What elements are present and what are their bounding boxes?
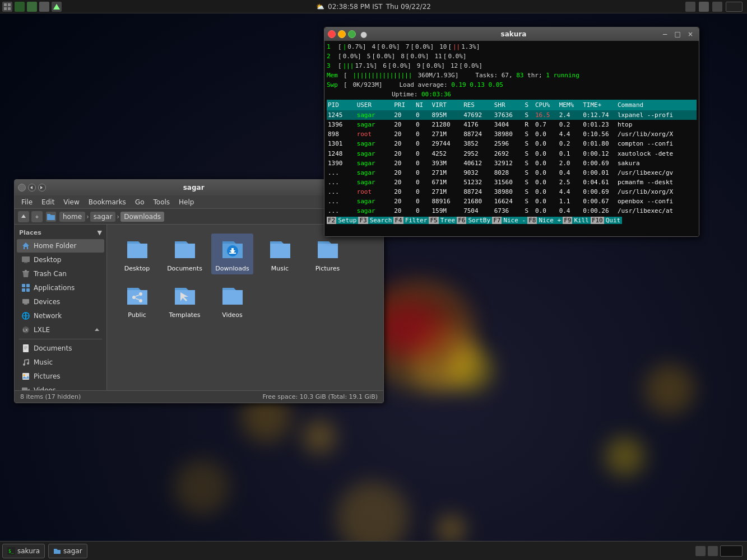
fkey-f3[interactable]: F3 <box>358 217 368 224</box>
file-item-videos[interactable]: Videos <box>211 280 253 321</box>
file-item-documents[interactable]: Documents <box>164 234 206 274</box>
sys-tray-icon3[interactable] <box>712 2 722 12</box>
proc-row-898[interactable]: 898 root 20 0 271M 88724 38980 S 0.0 4.4… <box>327 129 697 139</box>
proc-row-at[interactable]: ... sagar 20 0 159M 7504 6736 S 0.0 0.4 … <box>327 206 697 216</box>
menu-view[interactable]: View <box>59 197 83 207</box>
sidebar-item-documents[interactable]: Documents <box>17 342 104 355</box>
term-close-btn[interactable] <box>328 30 336 38</box>
taskbar-top-right <box>685 2 747 12</box>
sidebar-item-devices[interactable]: Devices <box>17 295 104 309</box>
menu-go[interactable]: Go <box>131 197 149 207</box>
new-tab-btn[interactable]: + <box>31 211 43 222</box>
sys-tray-icon1[interactable] <box>685 2 695 12</box>
fm-prev-btn[interactable] <box>28 184 36 192</box>
fkey-f4[interactable]: F4 <box>393 217 403 224</box>
terminal-titlebar[interactable]: ● sakura − □ × <box>324 27 699 41</box>
bc-downloads[interactable]: Downloads <box>120 212 164 222</box>
sidebar-item-home-folder[interactable]: Home Folder <box>17 239 104 253</box>
term-close[interactable]: × <box>685 30 695 38</box>
proc-row-pcmanfm[interactable]: ... sagar 20 0 671M 51232 31560 S 0.0 2.… <box>327 178 697 187</box>
desktop-icon-btn[interactable] <box>2 2 12 12</box>
sidebar-item-network[interactable]: Network <box>17 309 104 323</box>
terminal-title: sakura <box>369 30 657 38</box>
svg-rect-11 <box>25 270 27 271</box>
fm-close-btn[interactable] <box>18 184 26 192</box>
files-icon-btn[interactable] <box>15 2 25 12</box>
sidebar-label-music: Music <box>34 358 53 366</box>
file-label-templates: Templates <box>169 311 201 319</box>
sidebar-label-home: Home Folder <box>34 242 76 250</box>
file-item-desktop[interactable]: Desktop <box>116 234 158 274</box>
sidebar-item-trash[interactable]: Trash Can <box>17 267 104 281</box>
proc-row-sagar-libexec[interactable]: ... sagar 20 0 271M 9032 8028 S 0.0 0.4 … <box>327 168 697 178</box>
taskbar-bottom-left: $_ sakura sagar <box>0 544 87 558</box>
fkey-f7[interactable]: F7 <box>492 217 502 224</box>
sidebar-toggle[interactable]: ▼ <box>98 229 102 236</box>
sidebar-item-lxle[interactable]: LX LXLE <box>17 323 104 337</box>
sidebar-label-pics: Pictures <box>34 372 61 380</box>
menu-file[interactable]: File <box>17 197 37 207</box>
tray-icon-1[interactable] <box>695 546 706 556</box>
svg-rect-23 <box>23 344 29 352</box>
tray-display-icon <box>720 545 743 557</box>
file-item-music[interactable]: Music <box>259 234 301 274</box>
proc-row-1390[interactable]: 1390 sagar 20 0 393M 40612 32912 S 0.0 2… <box>327 158 697 168</box>
proc-row-1396[interactable]: 1396 sagar 20 0 21280 4176 3404 R 0.7 0.… <box>327 120 697 129</box>
breadcrumb: home › sagar › Downloads <box>59 212 164 222</box>
fkey-f2[interactable]: F2 <box>327 217 336 224</box>
taskbar-btn-sagar[interactable]: sagar <box>48 544 87 558</box>
fkey-f6[interactable]: F6 <box>457 217 466 224</box>
fm-next-btn[interactable] <box>38 184 46 192</box>
fkey-f9[interactable]: F9 <box>563 217 572 224</box>
file-item-templates[interactable]: Templates <box>164 280 206 321</box>
proc-row-openbox[interactable]: ... sagar 20 0 88916 21680 16624 S 0.0 1… <box>327 197 697 206</box>
svg-rect-9 <box>24 262 27 263</box>
svg-point-41 <box>139 292 142 296</box>
proc-row-root2[interactable]: ... root 20 0 271M 88724 38980 S 0.0 4.4… <box>327 187 697 197</box>
sidebar-item-pictures[interactable]: Pictures <box>17 370 104 383</box>
loc-up-btn[interactable] <box>18 211 29 222</box>
proc-row-1248[interactable]: 1248 sagar 20 0 4252 2952 2692 S 0.0 0.1… <box>327 149 697 158</box>
menu-tools[interactable]: Tools <box>149 197 175 207</box>
fkey-f8[interactable]: F8 <box>527 217 537 224</box>
term-minimize[interactable]: − <box>660 30 670 38</box>
file-item-downloads[interactable]: Downloads <box>211 234 253 274</box>
menu-bookmarks[interactable]: Bookmarks <box>84 197 131 207</box>
fm-body: Places ▼ Home Folder Desktop Trash Can <box>15 225 383 390</box>
bc-sagar[interactable]: sagar <box>90 212 116 222</box>
fkey-f10[interactable]: F10 <box>591 217 604 224</box>
svg-rect-15 <box>26 288 30 292</box>
fkey-f5[interactable]: F5 <box>429 217 438 224</box>
bc-home[interactable]: home <box>59 212 85 222</box>
term-maximize[interactable]: □ <box>672 30 683 38</box>
proc-row-1245[interactable]: 1245 sagar 20 0 895M 47692 37636 S 16.5 … <box>327 110 697 120</box>
sidebar-item-applications[interactable]: Applications <box>17 281 104 295</box>
network-icon <box>21 311 30 320</box>
svg-point-40 <box>132 296 136 299</box>
proc-row-1301[interactable]: 1301 sagar 20 0 29744 3852 2596 S 0.0 0.… <box>327 139 697 148</box>
sidebar-item-desktop[interactable]: Desktop <box>17 253 104 267</box>
file-item-pictures[interactable]: Pictures <box>307 234 349 274</box>
menu-edit[interactable]: Edit <box>37 197 59 207</box>
menu-help[interactable]: Help <box>174 197 198 207</box>
file-item-public[interactable]: Public <box>116 280 158 321</box>
up-icon-btn[interactable] <box>52 2 62 12</box>
sidebar-label-apps: Applications <box>34 284 75 292</box>
term-icon-btn[interactable] <box>27 2 37 12</box>
svg-rect-12 <box>22 284 25 287</box>
term-max-btn[interactable] <box>348 30 356 38</box>
status-items: 8 items (17 hidden) <box>20 393 81 400</box>
sidebar-label-devices: Devices <box>34 298 60 306</box>
sys-tray-icon2[interactable] <box>699 2 709 12</box>
extra-icon-btn[interactable] <box>39 2 49 12</box>
sidebar-item-music[interactable]: Music <box>17 356 104 369</box>
folder-taskbar-icon <box>53 547 61 555</box>
term-min-btn[interactable] <box>338 30 346 38</box>
svg-marker-22 <box>95 328 99 331</box>
docs-icon <box>21 344 30 353</box>
taskbar-btn-sakura[interactable]: $_ sakura <box>2 544 45 558</box>
sidebar-item-videos[interactable]: Videos <box>17 384 104 390</box>
tray-icon-2[interactable] <box>708 546 718 556</box>
svg-text:$_: $_ <box>8 549 14 554</box>
sidebar-label-network: Network <box>34 312 62 320</box>
